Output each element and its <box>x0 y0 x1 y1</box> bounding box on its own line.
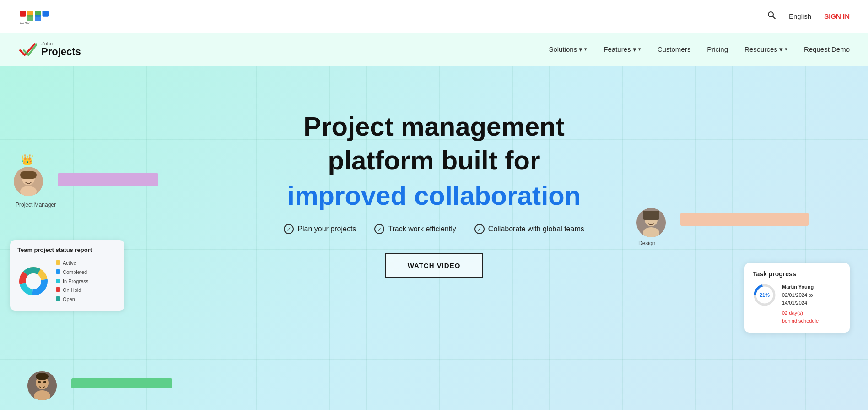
status-report-card: Team project status report <box>10 240 124 311</box>
svg-point-32 <box>38 381 41 383</box>
nav-solutions[interactable]: Solutions ▾ <box>549 45 587 54</box>
bottom-left-card <box>27 371 172 400</box>
task-person-name: Martin Young <box>782 283 819 291</box>
nav-customers[interactable]: Customers <box>658 45 691 53</box>
svg-rect-3 <box>43 11 49 17</box>
bottom-left-avatar <box>27 371 57 400</box>
pm-avatar-face <box>14 167 43 196</box>
nav-resources[interactable]: Resources ▾ <box>744 45 787 54</box>
feature-track-label: Track work efficiently <box>388 225 456 233</box>
design-card: Design <box>636 208 809 246</box>
progress-pct: 21% <box>760 292 770 298</box>
progress-circle: 21% <box>753 283 776 307</box>
hero-title-line1: Project management <box>284 112 584 141</box>
svg-text:ZOHO: ZOHO <box>20 20 30 24</box>
language-selector[interactable]: English <box>789 12 811 20</box>
svg-point-33 <box>43 381 46 383</box>
feature-collaborate: ✓ Collaborate with global teams <box>474 224 584 234</box>
crown-icon: 👑 <box>21 154 33 166</box>
bottom-left-avatar-face <box>27 371 57 400</box>
nav-request-demo[interactable]: Request Demo <box>804 45 850 53</box>
status-report-title: Team project status report <box>17 246 117 253</box>
design-avatar-face <box>636 208 666 237</box>
nav-menu: Solutions ▾ Features ▾ Customers Pricing… <box>549 45 850 54</box>
legend-completed: Completed <box>56 268 88 277</box>
check-icon-collaborate: ✓ <box>474 224 485 234</box>
task-behind-schedule: 02 day(s) behind schedule <box>782 309 819 325</box>
hero-title-highlight: improved collaboration <box>284 180 584 212</box>
nav-bar: Zoho Projects Solutions ▾ Features ▾ Cus… <box>0 33 868 66</box>
task-progress-title: Task progress <box>753 270 841 278</box>
watch-video-button[interactable]: WATCH VIDEO <box>385 253 484 278</box>
check-icon-track: ✓ <box>374 224 384 234</box>
legend-open: Open <box>56 295 88 304</box>
task-progress-body: 21% Martin Young 02/01/2024 to 14/01/202… <box>753 283 841 325</box>
search-icon <box>767 11 776 20</box>
projects-logo-link[interactable]: Zoho Projects <box>18 40 81 59</box>
task-date-range: 02/01/2024 to <box>782 291 819 300</box>
donut-chart <box>17 265 49 297</box>
legend-in-progress: In Progress <box>56 277 88 286</box>
design-label: Design <box>638 240 655 246</box>
legend-active: Active <box>56 259 88 268</box>
svg-rect-14 <box>20 171 37 179</box>
svg-rect-26 <box>643 211 659 220</box>
pm-avatar <box>14 167 43 196</box>
projects-logo-icon <box>18 40 37 59</box>
check-icon-plan: ✓ <box>284 224 294 234</box>
zoho-logo[interactable]: ZOHO <box>18 7 59 26</box>
signin-button[interactable]: SIGN IN <box>824 12 850 20</box>
status-report-body: Active Completed In Progress On Hold Ope… <box>17 259 117 304</box>
svg-point-34 <box>36 373 49 380</box>
svg-rect-5 <box>35 15 41 21</box>
nav-logo-text: Zoho Projects <box>41 41 81 57</box>
svg-rect-4 <box>27 15 34 21</box>
feature-plan: ✓ Plan your projects <box>284 224 356 234</box>
zoho-logo-svg: ZOHO <box>18 7 59 26</box>
hero-section: 👑 <box>0 66 868 410</box>
pm-label: Project Manager <box>16 202 56 208</box>
svg-line-8 <box>772 16 775 19</box>
design-avatar <box>636 208 666 237</box>
pm-bar <box>58 173 158 186</box>
top-bar: ZOHO English SIGN IN <box>0 0 868 33</box>
top-bar-right: English SIGN IN <box>767 11 850 22</box>
hero-title-line2: platform built for <box>284 146 584 175</box>
svg-rect-0 <box>20 11 26 17</box>
feature-plan-label: Plan your projects <box>297 225 356 233</box>
nav-logo-big: Projects <box>41 46 81 57</box>
design-bar <box>680 213 809 226</box>
nav-pricing[interactable]: Pricing <box>707 45 728 53</box>
hero-features: ✓ Plan your projects ✓ Track work effici… <box>284 224 584 234</box>
task-date-end: 14/01/2024 <box>782 299 819 307</box>
search-button[interactable] <box>767 11 776 22</box>
nav-features[interactable]: Features ▾ <box>604 45 641 54</box>
svg-point-20 <box>26 273 41 289</box>
feature-collaborate-label: Collaborate with global teams <box>488 225 584 233</box>
legend-list: Active Completed In Progress On Hold Ope… <box>56 259 88 304</box>
feature-track: ✓ Track work efficiently <box>374 224 456 234</box>
legend-on-hold: On Hold <box>56 286 88 295</box>
bottom-left-bar <box>71 378 172 388</box>
hero-title: Project management platform built for im… <box>284 112 584 211</box>
task-info: Martin Young 02/01/2024 to 14/01/2024 02… <box>782 283 819 325</box>
project-manager-card: 👑 <box>14 167 158 208</box>
hero-content: Project management platform built for im… <box>284 112 584 278</box>
task-progress-card: Task progress 21% Martin Young 02/01/202… <box>744 263 850 333</box>
